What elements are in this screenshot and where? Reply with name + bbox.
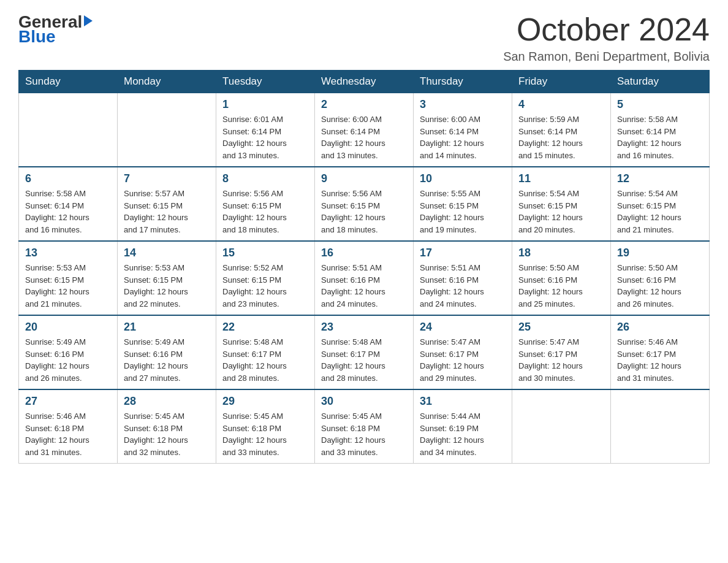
day-info: Sunrise: 5:53 AMSunset: 6:15 PMDaylight:… [25, 262, 111, 310]
calendar-cell: 10Sunrise: 5:55 AMSunset: 6:15 PMDayligh… [414, 167, 512, 241]
header-row: SundayMondayTuesdayWednesdayThursdayFrid… [19, 71, 710, 93]
day-info: Sunrise: 5:50 AMSunset: 6:16 PMDaylight:… [617, 262, 703, 310]
day-info: Sunrise: 5:56 AMSunset: 6:15 PMDaylight:… [222, 188, 308, 236]
day-number: 15 [222, 247, 308, 259]
day-number: 27 [25, 395, 111, 408]
calendar-cell [118, 93, 216, 167]
calendar-cell [611, 389, 710, 464]
calendar-cell: 6Sunrise: 5:58 AMSunset: 6:14 PMDaylight… [19, 167, 118, 241]
calendar-cell: 17Sunrise: 5:51 AMSunset: 6:16 PMDayligh… [414, 241, 512, 315]
day-info: Sunrise: 5:47 AMSunset: 6:17 PMDaylight:… [420, 336, 506, 384]
calendar-cell: 11Sunrise: 5:54 AMSunset: 6:15 PMDayligh… [512, 167, 611, 241]
day-number: 1 [222, 98, 308, 111]
calendar-cell: 7Sunrise: 5:57 AMSunset: 6:15 PMDaylight… [118, 167, 216, 241]
day-number: 10 [420, 172, 506, 185]
day-info: Sunrise: 5:48 AMSunset: 6:17 PMDaylight:… [321, 336, 407, 384]
day-info: Sunrise: 5:49 AMSunset: 6:16 PMDaylight:… [25, 336, 111, 384]
day-number: 12 [617, 172, 703, 185]
day-number: 9 [321, 172, 407, 185]
calendar-table: SundayMondayTuesdayWednesdayThursdayFrid… [18, 70, 710, 464]
week-row-4: 20Sunrise: 5:49 AMSunset: 6:16 PMDayligh… [19, 315, 710, 389]
header-saturday: Saturday [611, 71, 710, 93]
calendar-cell [19, 93, 118, 167]
location-title: San Ramon, Beni Department, Bolivia [503, 50, 710, 64]
day-number: 2 [321, 98, 407, 111]
day-info: Sunrise: 5:53 AMSunset: 6:15 PMDaylight:… [124, 262, 210, 310]
calendar-cell: 15Sunrise: 5:52 AMSunset: 6:15 PMDayligh… [216, 241, 315, 315]
logo-area: General Blue [18, 12, 93, 47]
calendar-cell: 19Sunrise: 5:50 AMSunset: 6:16 PMDayligh… [611, 241, 710, 315]
calendar-cell: 25Sunrise: 5:47 AMSunset: 6:17 PMDayligh… [512, 315, 611, 389]
day-number: 30 [321, 395, 407, 408]
day-info: Sunrise: 5:58 AMSunset: 6:14 PMDaylight:… [25, 188, 111, 236]
calendar-cell: 29Sunrise: 5:45 AMSunset: 6:18 PMDayligh… [216, 389, 315, 464]
calendar-cell: 2Sunrise: 6:00 AMSunset: 6:14 PMDaylight… [315, 93, 414, 167]
day-number: 25 [518, 321, 604, 334]
header-monday: Monday [118, 71, 216, 93]
day-info: Sunrise: 6:00 AMSunset: 6:14 PMDaylight:… [321, 113, 407, 161]
calendar-cell: 1Sunrise: 6:01 AMSunset: 6:14 PMDaylight… [216, 93, 315, 167]
day-info: Sunrise: 5:59 AMSunset: 6:14 PMDaylight:… [518, 113, 604, 161]
calendar-cell: 18Sunrise: 5:50 AMSunset: 6:16 PMDayligh… [512, 241, 611, 315]
day-info: Sunrise: 5:45 AMSunset: 6:18 PMDaylight:… [124, 410, 210, 458]
day-number: 13 [25, 247, 111, 259]
day-number: 14 [124, 247, 210, 259]
calendar-cell: 27Sunrise: 5:46 AMSunset: 6:18 PMDayligh… [19, 389, 118, 464]
day-info: Sunrise: 5:55 AMSunset: 6:15 PMDaylight:… [420, 188, 506, 236]
day-number: 21 [124, 321, 210, 334]
header-sunday: Sunday [19, 71, 118, 93]
day-number: 16 [321, 247, 407, 259]
calendar-cell: 24Sunrise: 5:47 AMSunset: 6:17 PMDayligh… [414, 315, 512, 389]
day-info: Sunrise: 5:48 AMSunset: 6:17 PMDaylight:… [222, 336, 308, 384]
day-number: 29 [222, 395, 308, 408]
calendar-cell: 20Sunrise: 5:49 AMSunset: 6:16 PMDayligh… [19, 315, 118, 389]
day-info: Sunrise: 5:46 AMSunset: 6:18 PMDaylight:… [25, 410, 111, 458]
week-row-5: 27Sunrise: 5:46 AMSunset: 6:18 PMDayligh… [19, 389, 710, 464]
day-info: Sunrise: 5:56 AMSunset: 6:15 PMDaylight:… [321, 188, 407, 236]
week-row-2: 6Sunrise: 5:58 AMSunset: 6:14 PMDaylight… [19, 167, 710, 241]
day-info: Sunrise: 5:46 AMSunset: 6:17 PMDaylight:… [617, 336, 703, 384]
day-info: Sunrise: 5:51 AMSunset: 6:16 PMDaylight:… [420, 262, 506, 310]
calendar-cell: 21Sunrise: 5:49 AMSunset: 6:16 PMDayligh… [118, 315, 216, 389]
day-number: 11 [518, 172, 604, 185]
day-number: 31 [420, 395, 506, 408]
calendar-cell: 30Sunrise: 5:45 AMSunset: 6:18 PMDayligh… [315, 389, 414, 464]
calendar-cell: 23Sunrise: 5:48 AMSunset: 6:17 PMDayligh… [315, 315, 414, 389]
day-number: 3 [420, 98, 506, 111]
calendar-cell: 12Sunrise: 5:54 AMSunset: 6:15 PMDayligh… [611, 167, 710, 241]
day-info: Sunrise: 5:50 AMSunset: 6:16 PMDaylight:… [518, 262, 604, 310]
header-wednesday: Wednesday [315, 71, 414, 93]
day-info: Sunrise: 5:54 AMSunset: 6:15 PMDaylight:… [518, 188, 604, 236]
day-info: Sunrise: 5:45 AMSunset: 6:18 PMDaylight:… [222, 410, 308, 458]
calendar-cell: 4Sunrise: 5:59 AMSunset: 6:14 PMDaylight… [512, 93, 611, 167]
calendar-cell: 3Sunrise: 6:00 AMSunset: 6:14 PMDaylight… [414, 93, 512, 167]
day-number: 4 [518, 98, 604, 111]
logo-triangle-icon [84, 15, 93, 26]
day-number: 23 [321, 321, 407, 334]
title-area: October 2024 San Ramon, Beni Department,… [503, 12, 710, 64]
header-friday: Friday [512, 71, 611, 93]
day-info: Sunrise: 5:58 AMSunset: 6:14 PMDaylight:… [617, 113, 703, 161]
day-number: 6 [25, 172, 111, 185]
day-info: Sunrise: 5:52 AMSunset: 6:15 PMDaylight:… [222, 262, 308, 310]
day-info: Sunrise: 5:57 AMSunset: 6:15 PMDaylight:… [124, 188, 210, 236]
day-info: Sunrise: 5:47 AMSunset: 6:17 PMDaylight:… [518, 336, 604, 384]
calendar-cell: 22Sunrise: 5:48 AMSunset: 6:17 PMDayligh… [216, 315, 315, 389]
day-info: Sunrise: 5:49 AMSunset: 6:16 PMDaylight:… [124, 336, 210, 384]
day-number: 20 [25, 321, 111, 334]
calendar-cell [512, 389, 611, 464]
day-number: 5 [617, 98, 703, 111]
calendar-cell: 31Sunrise: 5:44 AMSunset: 6:19 PMDayligh… [414, 389, 512, 464]
day-info: Sunrise: 6:00 AMSunset: 6:14 PMDaylight:… [420, 113, 506, 161]
week-row-1: 1Sunrise: 6:01 AMSunset: 6:14 PMDaylight… [19, 93, 710, 167]
calendar-cell: 26Sunrise: 5:46 AMSunset: 6:17 PMDayligh… [611, 315, 710, 389]
day-number: 7 [124, 172, 210, 185]
calendar-cell: 14Sunrise: 5:53 AMSunset: 6:15 PMDayligh… [118, 241, 216, 315]
calendar-cell: 13Sunrise: 5:53 AMSunset: 6:15 PMDayligh… [19, 241, 118, 315]
day-number: 17 [420, 247, 506, 259]
day-number: 28 [124, 395, 210, 408]
month-title: October 2024 [503, 12, 710, 47]
day-number: 8 [222, 172, 308, 185]
day-info: Sunrise: 5:45 AMSunset: 6:18 PMDaylight:… [321, 410, 407, 458]
calendar-cell: 5Sunrise: 5:58 AMSunset: 6:14 PMDaylight… [611, 93, 710, 167]
